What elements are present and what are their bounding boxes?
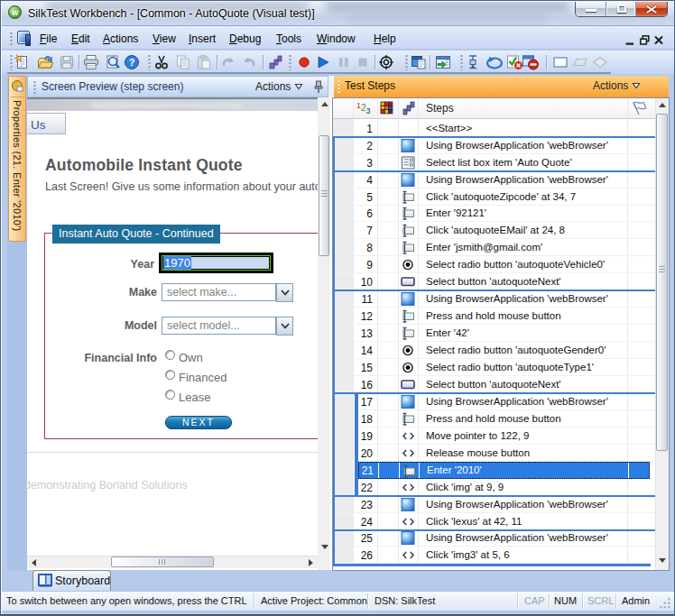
svg-text:?: ? [129, 57, 135, 68]
